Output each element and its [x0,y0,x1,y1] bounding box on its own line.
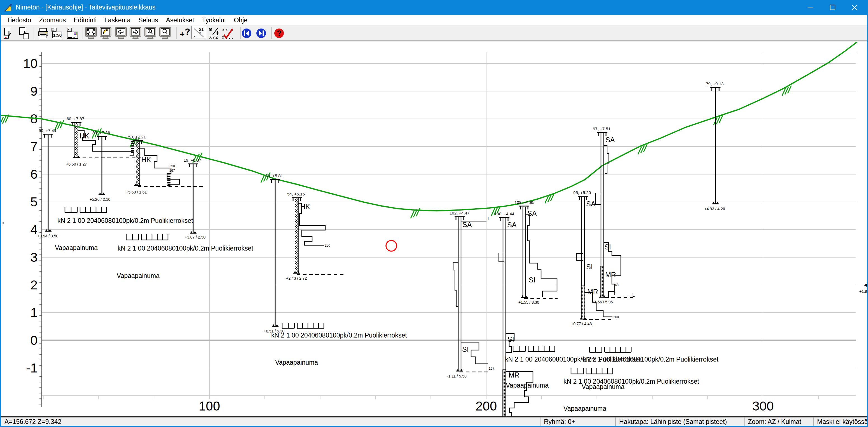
svg-text:SI: SI [462,346,469,353]
section-drawing: 10 9 8 7 6 5 4 3 2 1 0 -1 100 200 300 [1,42,867,416]
svg-text:59, +7.21: 59, +7.21 [128,134,146,139]
status-mask: Maski ei käytössä [813,418,867,426]
svg-text:HK: HK [300,203,310,210]
snap-cursor-marker [386,240,397,251]
svg-text:Vapaapainuma: Vapaapainuma [506,382,549,389]
svg-text:2: 2 [30,278,37,292]
svg-text:+5.26 / 2.10: +5.26 / 2.10 [90,197,111,202]
pan-left-icon[interactable] [115,27,127,40]
svg-text:95, +5.20: 95, +5.20 [573,190,591,195]
menu-laskenta[interactable]: Laskenta [100,17,134,24]
window-title: Nimetön - [Kairausohje] - Taiteviivapitu… [16,4,155,11]
svg-text:+1.56 / 5.95: +1.56 / 5.95 [592,300,613,304]
svg-text:250: 250 [325,243,330,248]
borehole-19[interactable]: 19, +6.37 +3.87 / 2.50 [184,158,206,239]
menu-ohje[interactable]: Ohje [230,17,251,24]
borehole-109[interactable]: SA SI 109, +4.85 +1.55 / 3.30 [515,200,558,304]
svg-text:SI: SI [604,243,611,251]
svg-text:HK: HK [80,132,89,140]
svg-text:+6.60 / 1.27: +6.60 / 1.27 [66,162,87,166]
svg-text:SI: SI [507,335,514,343]
zoom-previous-icon[interactable] [99,27,112,40]
menu-asetukset[interactable]: Asetukset [162,17,198,24]
borehole-102[interactable]: L SA SI 167 102, +4.47 -1.11 / 5.58 [447,210,494,379]
svg-text:109, +4.85: 109, +4.85 [515,200,534,205]
svg-text:100: 100 [199,399,220,413]
window-border-left [0,0,1,427]
svg-text:Vapaapainuma: Vapaapainuma [582,383,624,390]
svg-text:1: 1 [30,305,37,320]
angle-21-mode-icon[interactable]: 21xx [191,26,206,39]
zoom-out-icon[interactable] [159,27,172,40]
verify-points-icon[interactable]: x xx [221,27,234,40]
help-icon[interactable]: ? [273,27,286,40]
borehole-60[interactable]: 167 60, +7.87 HK +6.60 / 1.27 [66,116,142,166]
borehole-54[interactable]: 250 54, +5.15 HK +2.43 / 2.72 [286,192,346,281]
svg-text:+5.60 / 1.61: +5.60 / 1.61 [126,190,147,194]
open-drawing-icon[interactable] [3,27,16,40]
menu-editointi[interactable]: Editointi [70,17,100,24]
borehole-83[interactable]: 83, +5.81 +0.51 / 5.30 [264,173,285,333]
svg-text:SA: SA [606,136,615,144]
zoom-extents-icon[interactable] [85,27,97,40]
maximize-button[interactable] [822,0,843,15]
grid [42,52,856,399]
svg-text:Vapaapainuma: Vapaapainuma [55,244,98,252]
svg-text:-1.11 / 5.58: -1.11 / 5.58 [447,374,467,379]
zoom-in-icon[interactable] [144,27,157,40]
minimize-button[interactable] [800,0,821,15]
relative-xyz-icon[interactable]: XYZ [208,27,221,40]
y-axis: 10 9 8 7 6 5 4 3 2 1 0 -1 [23,52,42,407]
svg-text:+3.94 / 3.50: +3.94 / 3.50 [37,234,59,238]
svg-text:Vapaapainuma: Vapaapainuma [117,272,159,280]
toolbar: x1:50 xw +? 21xx XY [1,25,867,41]
svg-text:300: 300 [752,399,774,413]
svg-text:kN 2 1 00 20406080100pk/0.2m: kN 2 1 00 20406080100pk/0.2m Puolikierro… [118,245,253,252]
borehole-97[interactable]: SA SI MR 148 L L 97, +7.51 +1.56 / 5.95 [592,126,635,304]
svg-text:SA: SA [507,221,517,229]
svg-text:3: 3 [30,250,37,265]
step-previous-icon[interactable] [241,27,254,40]
svg-text:SI: SI [529,276,535,284]
svg-text:1:50: 1:50 [53,33,62,37]
step-next-icon[interactable] [255,27,268,40]
svg-text:100, +4.44: 100, +4.44 [494,211,514,216]
svg-text:kN 2 1 00 20406080100pk/0.2m: kN 2 1 00 20406080100pk/0.2m Puolikierro… [583,356,718,363]
borehole-95[interactable]: SA SI MR 200 95, +5.20 +0.77 / 4.43 [571,190,619,326]
status-search-mode: Hakutapa: Lähin piste (Samat pisteet) [615,418,744,426]
application-window: Nimetön - [Kairausohje] - Taiteviivapitu… [0,0,868,427]
svg-text:x x: x x [222,27,228,32]
svg-text:x: x [199,31,201,35]
svg-text:200: 200 [613,315,619,319]
svg-text:SA: SA [527,209,537,217]
svg-text:19, +6.37: 19, +6.37 [184,158,201,162]
svg-text:kN 2 1 00 20406080100pk/0.2m: kN 2 1 00 20406080100pk/0.2m Puolikierro… [57,217,193,224]
menu-tiedosto[interactable]: Tiedosto [3,17,35,24]
svg-text:L: L [614,291,616,296]
pan-right-icon[interactable] [129,27,142,40]
close-button[interactable] [844,0,865,15]
menu-zoomaus[interactable]: Zoomaus [35,17,70,24]
svg-text:+1.90: +1.90 [859,289,867,294]
add-query-point-icon[interactable]: +? [179,27,192,40]
edge-clipped-label-left: o [2,221,4,225]
svg-text:0: 0 [30,333,37,348]
window-border-bottom [0,426,868,427]
borehole-100[interactable]: SA SI MR Vapaapainuma 100, +4.44 [494,211,549,416]
page-layout-icon[interactable]: xw [66,27,79,40]
print-scale-icon[interactable]: x1:50 [51,27,64,40]
svg-text:-1: -1 [26,361,37,375]
status-position: A=156.672 Z=9.342 [1,418,540,426]
drawing-area[interactable]: 10 9 8 7 6 5 4 3 2 1 0 -1 100 200 300 [1,42,867,417]
import-file-icon[interactable] [18,27,31,40]
svg-text:?: ? [185,27,190,37]
svg-text:102, +4.47: 102, +4.47 [450,210,469,215]
x-axis: 100 200 300 [199,399,774,413]
menu-tyokalut[interactable]: Työkalut [198,17,230,24]
borehole-59[interactable]: 250 167 59, +7.21 HK +5.60 / 1.61 [126,134,203,194]
svg-text:MR: MR [605,271,616,278]
menu-selaus[interactable]: Selaus [134,17,162,24]
print-icon[interactable] [37,27,50,40]
svg-text:MR: MR [508,371,520,379]
window-border-right [867,0,868,427]
